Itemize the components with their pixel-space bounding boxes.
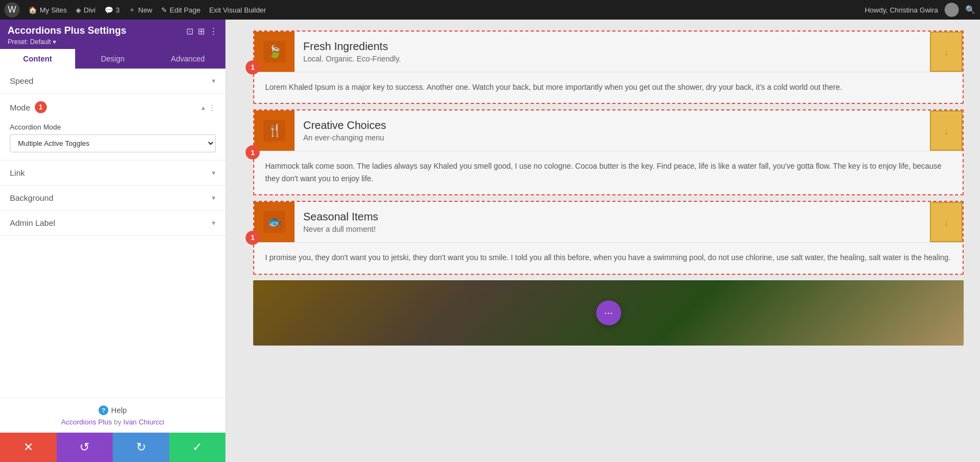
user-avatar[interactable] <box>945 3 959 17</box>
author-link[interactable]: Ivan Chiurcci <box>124 418 164 426</box>
edit-icon: ✎ <box>161 6 167 14</box>
exit-builder-button[interactable]: Exit Visual Builder <box>209 6 266 14</box>
accordion-item-1: 1 🍃 Fresh Ingredients Local. Organic. Ec… <box>253 30 964 104</box>
accordion-icon-1: 🍃 <box>264 41 285 63</box>
search-icon[interactable]: 🔍 <box>965 5 976 15</box>
help-icon: ? <box>99 405 108 415</box>
accordion-body-text-1: Lorem Khaled Ipsum is a major key to suc… <box>265 83 842 91</box>
link-chevron-icon: ▾ <box>212 169 216 177</box>
columns-icon[interactable]: ⊞ <box>198 26 205 36</box>
accordion-subtitle-1: Local. Organic. Eco-Friendly. <box>303 54 921 63</box>
background-chevron-icon: ▾ <box>212 194 216 202</box>
panel-header: Accordions Plus Settings Preset: Default… <box>0 20 225 49</box>
panel-tabs: Content Design Advanced <box>0 49 225 69</box>
help-button[interactable]: ? Help <box>99 405 127 415</box>
accordion-toggle-3[interactable]: ↓ <box>930 202 963 242</box>
accordion-toggle-2[interactable]: ↓ <box>930 110 963 151</box>
plugin-link[interactable]: Accordions Plus <box>61 418 112 426</box>
preset-label: Preset: Default <box>8 38 51 46</box>
admin-label-section: Admin Label ▾ <box>0 211 225 236</box>
accordion-arrow-icon-1: ↓ <box>944 46 949 58</box>
undo-button[interactable]: ↺ <box>57 433 113 462</box>
accordion-header-1[interactable]: 🍃 Fresh Ingredients Local. Organic. Eco-… <box>254 32 963 72</box>
speed-chevron-icon: ▾ <box>212 77 216 85</box>
background-header[interactable]: Background ▾ <box>0 186 225 210</box>
comments-menu[interactable]: 💬 3 <box>105 6 120 14</box>
accordion-item-2: 1 🍴 Creative Choices An ever-changing me… <box>253 109 964 195</box>
accordion-title-area-2: Creative Choices An ever-changing menu <box>295 114 930 147</box>
admin-label-chevron-icon: ▾ <box>212 219 216 227</box>
panel-footer: ✕ ↺ ↻ ✓ <box>0 433 225 462</box>
tab-design[interactable]: Design <box>75 49 150 69</box>
content-area: 1 🍃 Fresh Ingredients Local. Organic. Ec… <box>226 20 980 462</box>
accordion-mode-select[interactable]: Multiple Active Toggles Single Active To… <box>10 134 216 152</box>
tab-content[interactable]: Content <box>0 49 75 69</box>
accordion-item-3: 1 🐟 Seasonal Items Never a dull moment! … <box>253 201 964 274</box>
accordion-title-area-3: Seasonal Items Never a dull moment! <box>295 205 930 239</box>
accordion-title-area-1: Fresh Ingredients Local. Organic. Eco-Fr… <box>295 35 930 69</box>
divi-label: Divi <box>84 6 96 14</box>
wp-logo-icon[interactable]: W <box>4 2 20 17</box>
credits: Accordions Plus by Ivan Chiurcci <box>7 418 219 426</box>
accordion-toggle-1[interactable]: ↓ <box>930 32 963 72</box>
edit-page-label: Edit Page <box>170 6 200 14</box>
preset-selector[interactable]: Preset: Default ▾ <box>8 38 126 46</box>
mode-title: Mode <box>10 103 30 112</box>
my-sites-menu[interactable]: 🏠 My Sites <box>28 6 67 14</box>
accordion-body-2: Hammock talk come soon. The ladies alway… <box>254 151 963 194</box>
accordion-body-text-2: Hammock talk come soon. The ladies alway… <box>265 162 941 182</box>
accordion-body-text-3: I promise you, they don't want you to je… <box>265 253 951 262</box>
redo-button[interactable]: ↻ <box>113 433 169 462</box>
mode-header[interactable]: Mode 1 ▴ ⋮ <box>0 94 225 121</box>
accordion-body-3: I promise you, they don't want you to je… <box>254 242 963 273</box>
divi-menu[interactable]: ◈ Divi <box>76 6 96 14</box>
accordion-icon-2: 🍴 <box>264 120 285 141</box>
edit-page-button[interactable]: ✎ Edit Page <box>161 6 200 14</box>
howdy-text: Howdy, Christina Gwira <box>865 6 938 14</box>
link-header[interactable]: Link ▾ <box>0 161 225 185</box>
cancel-button[interactable]: ✕ <box>0 433 57 462</box>
accordion-mode-label: Accordion Mode <box>10 123 216 131</box>
mode-badge: 1 <box>35 101 47 113</box>
restore-icon[interactable]: ⊡ <box>186 26 193 36</box>
accordion-header-3[interactable]: 🐟 Seasonal Items Never a dull moment! ↓ <box>254 202 963 242</box>
tab-advanced[interactable]: Advanced <box>150 49 225 69</box>
save-button[interactable]: ✓ <box>169 433 226 462</box>
more-icon[interactable]: ⋮ <box>209 26 218 36</box>
accordion-title-1: Fresh Ingredients <box>303 40 921 53</box>
mode-chevron-up-icon: ▴ <box>201 103 205 112</box>
new-menu[interactable]: ＋ New <box>128 5 152 15</box>
link-section: Link ▾ <box>0 161 225 186</box>
background-section: Background ▾ <box>0 186 225 211</box>
plus-icon: ＋ <box>128 5 136 15</box>
accordion-badge-3: 1 <box>246 231 260 245</box>
accordion-badge-2: 1 <box>246 145 260 159</box>
accordion-title-3: Seasonal Items <box>303 211 921 223</box>
my-sites-label: My Sites <box>40 6 67 14</box>
accordion-icon-box-2: 🍴 <box>254 110 295 151</box>
panel-body: Speed ▾ Mode 1 ▴ ⋮ Accordion M <box>0 69 225 398</box>
accordion-subtitle-2: An ever-changing menu <box>303 133 921 142</box>
accordion-icon-box-3: 🐟 <box>254 202 295 242</box>
settings-panel: Accordions Plus Settings Preset: Default… <box>0 20 226 462</box>
admin-label-title: Admin Label <box>10 218 55 227</box>
mode-more-icon[interactable]: ⋮ <box>209 103 216 112</box>
home-icon: 🏠 <box>28 6 37 14</box>
accordion-title-2: Creative Choices <box>303 119 921 132</box>
admin-label-header[interactable]: Admin Label ▾ <box>0 211 225 235</box>
panel-title: Accordions Plus Settings <box>8 25 126 36</box>
accordion-icon-3: 🐟 <box>264 211 285 233</box>
main-content: Accordions Plus Settings Preset: Default… <box>0 20 980 462</box>
speed-section: Speed ▾ <box>0 69 225 94</box>
exit-builder-label: Exit Visual Builder <box>209 6 266 14</box>
speed-title: Speed <box>10 76 33 85</box>
accordion-header-2[interactable]: 🍴 Creative Choices An ever-changing menu… <box>254 110 963 151</box>
preset-chevron-icon: ▾ <box>53 38 56 46</box>
link-title: Link <box>10 168 25 177</box>
accordion-arrow-icon-3: ↓ <box>944 216 949 229</box>
mode-content: Accordion Mode Multiple Active Toggles S… <box>0 121 225 160</box>
mode-section: Mode 1 ▴ ⋮ Accordion Mode Multiple Activ… <box>0 94 225 161</box>
speed-header[interactable]: Speed ▾ <box>0 69 225 93</box>
divi-icon: ◈ <box>76 6 81 14</box>
fab-button[interactable]: ··· <box>596 300 621 325</box>
